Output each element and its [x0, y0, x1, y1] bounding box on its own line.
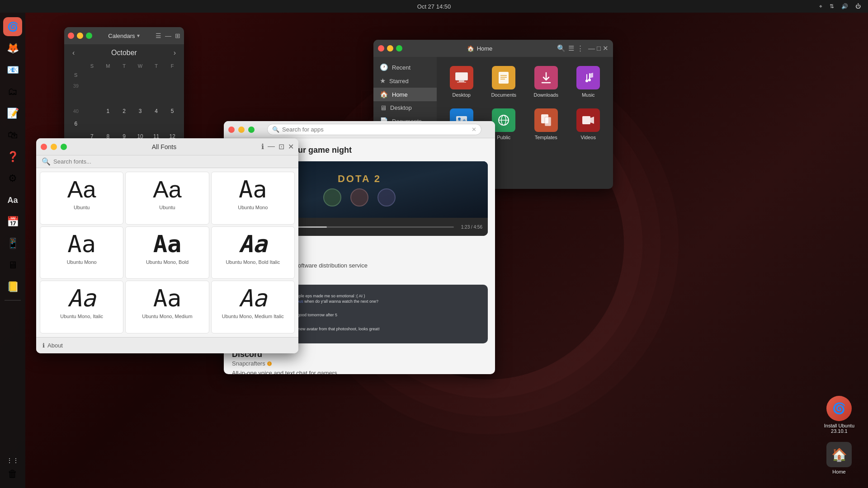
dock-item-thunderbird[interactable]: 📧	[3, 61, 22, 80]
calendar-week-39: 39	[68, 80, 180, 105]
files-winclose-icon[interactable]: ✕	[603, 44, 609, 52]
cal-day-5[interactable]: 5	[166, 105, 178, 117]
font-card-ubuntu[interactable]: Aa Ubuntu	[40, 172, 123, 225]
files-sidebar-desktop[interactable]: 🖥 Desktop	[373, 101, 437, 114]
files-winmin-icon[interactable]: —	[588, 44, 595, 52]
volume-icon[interactable]: 🔊	[840, 3, 850, 9]
home-folder-icon: 🏠	[826, 442, 852, 467]
files-search-icon[interactable]: 🔍	[557, 44, 566, 52]
files-sidebar-starred[interactable]: ★ Starred	[373, 74, 437, 88]
calendar-close-btn[interactable]	[68, 33, 74, 39]
font-card-ubuntumonoitalic[interactable]: Aa Ubuntu Mono, Italic	[40, 281, 123, 333]
fonts-close-btn[interactable]	[41, 144, 47, 150]
home-sidebar-icon: 🏠	[380, 90, 388, 99]
fonts-search-bar: 🔍	[36, 155, 298, 168]
help-icon: ❓	[7, 151, 19, 163]
font-card-ubuntumonomedium[interactable]: Aa Ubuntu Mono, Medium	[125, 281, 209, 333]
fonts-info-icon[interactable]: ℹ	[261, 142, 264, 151]
font-card-ubuntumonobolditalic[interactable]: Aa Ubuntu Mono, Bold Italic	[211, 226, 295, 279]
font-card-ubuntumono[interactable]: Aa Ubuntu Mono	[211, 172, 295, 225]
fonts-min-btn[interactable]	[51, 144, 57, 150]
cal-day-2[interactable]: 2	[118, 105, 130, 117]
dock-item-help[interactable]: ❓	[3, 147, 22, 166]
appstore-close-btn[interactable]	[228, 127, 235, 133]
font-name-ubuntumonobold: Ubuntu Mono, Bold	[146, 259, 189, 265]
appstore-max-btn[interactable]	[248, 127, 255, 133]
dock-item-ubuntu[interactable]: 🌀	[3, 17, 22, 36]
file-item-downloads[interactable]: Downloads	[527, 62, 566, 101]
accessibility-icon[interactable]: ⌖	[817, 3, 824, 9]
dock-item-settings[interactable]: ⚙	[3, 169, 22, 188]
dock-item-phone[interactable]: 📱	[3, 234, 22, 253]
fonts-winmin-icon[interactable]: —	[268, 142, 275, 151]
font-name-ubuntu2: Ubuntu	[159, 205, 175, 210]
cal-day-3[interactable]: 3	[134, 105, 146, 117]
dock-item-firefox[interactable]: 🦊	[3, 39, 22, 58]
file-item-templates[interactable]: Templates	[527, 105, 566, 144]
network-icon[interactable]: ⇅	[828, 3, 836, 9]
dock-item-fonts[interactable]: Aa	[3, 191, 22, 210]
home-desktop-folder[interactable]: 🏠 Home	[826, 442, 852, 474]
files-actions: 🔍 ☰ ⋮	[557, 44, 584, 52]
calendar-list-icon[interactable]: ☰	[156, 32, 161, 39]
files-sidebar-recent[interactable]: 🕐 Recent	[373, 61, 437, 74]
calendar-prev-btn[interactable]: ‹	[70, 48, 77, 58]
calendar-next-btn[interactable]: ›	[171, 48, 179, 58]
text-editor-icon: 📝	[7, 108, 19, 119]
calendar-min-btn[interactable]	[77, 33, 83, 39]
files-close-btn[interactable]	[378, 45, 384, 52]
file-item-music[interactable]: Music	[569, 62, 608, 101]
appstore-search-icon: 🔍	[272, 126, 279, 133]
font-card-ubuntumonomediumitalic[interactable]: Aa Ubuntu Mono, Medium Italic	[211, 281, 295, 333]
cal-day-1[interactable]: 1	[102, 105, 114, 117]
calendar-grid-icon[interactable]: ⊞	[175, 32, 180, 39]
font-preview-ubuntumonobolditalic: Aa	[239, 232, 267, 256]
calendar-title: Calendars ▾	[95, 33, 153, 39]
fonts-max-btn[interactable]	[61, 144, 67, 150]
font-card-ubuntumono2[interactable]: Aa Ubuntu Mono	[40, 226, 123, 279]
dock-item-appstore[interactable]: 🛍	[3, 126, 22, 145]
fonts-footer[interactable]: ℹ About	[36, 337, 298, 353]
calendar-max-btn[interactable]	[86, 33, 92, 39]
appstore-search-input[interactable]	[282, 126, 469, 133]
files-min-btn[interactable]	[387, 45, 393, 52]
svg-rect-21	[582, 116, 590, 124]
file-item-videos[interactable]: Videos	[569, 105, 608, 144]
font-card-ubuntumonobold[interactable]: Aa Ubuntu Mono, Bold	[125, 226, 209, 279]
install-ubuntu-icon[interactable]: 🌀 Install Ubuntu23.10.1	[824, 396, 854, 434]
dock-item-notes[interactable]: 📒	[3, 277, 22, 296]
font-preview-ubuntumono2: Aa	[67, 232, 96, 256]
font-card-ubuntu2[interactable]: Aa Ubuntu	[125, 172, 209, 225]
files-view-icon[interactable]: ☰	[568, 44, 574, 52]
files-sidebar-home[interactable]: 🏠 Home	[373, 88, 437, 101]
calendar-minus-icon[interactable]: —	[165, 32, 171, 39]
appstore-clear-icon[interactable]: ✕	[472, 126, 476, 133]
desktop-sidebar-icon: 🖥	[380, 104, 387, 112]
dock-item-calendar[interactable]: 📅	[3, 212, 22, 231]
cal-day-6[interactable]: 6	[70, 118, 82, 130]
appstore-dock-icon: 🛍	[8, 129, 18, 141]
files-max-btn[interactable]	[396, 45, 402, 52]
cal-day-4[interactable]: 4	[151, 105, 162, 117]
file-item-desktop[interactable]: Desktop	[442, 62, 481, 101]
calendar-dropdown-icon[interactable]: ▾	[137, 33, 140, 39]
fonts-search-input[interactable]	[53, 158, 293, 165]
dock-item-appgrid[interactable]: ⋮⋮	[3, 451, 22, 470]
power-icon[interactable]: ⏻	[854, 3, 863, 9]
appstore-min-btn[interactable]	[238, 127, 245, 133]
file-item-documents[interactable]: Documents	[485, 62, 524, 101]
font-preview-ubuntumonobold: Aa	[153, 232, 182, 256]
dota2-hero2	[350, 188, 368, 206]
downloads-label: Downloads	[534, 92, 558, 98]
fonts-winmax-icon[interactable]: ⊡	[278, 142, 284, 151]
files-menu-icon[interactable]: ⋮	[577, 44, 584, 52]
dock: 🌀 🦊 📧 🗂 📝 🛍 ❓ ⚙ Aa 📅 📱 🖥 📒 🗑 ⋮⋮	[0, 13, 25, 488]
fonts-winclose-icon[interactable]: ✕	[288, 142, 294, 151]
files-winmax-icon[interactable]: □	[597, 44, 601, 52]
dock-item-text-editor[interactable]: 📝	[3, 104, 22, 123]
dock-item-files[interactable]: 🗂	[3, 82, 22, 101]
thunderbird-icon: 📧	[7, 64, 19, 76]
cal-header-T1: T	[116, 61, 132, 70]
dock-item-terminal[interactable]: 🖥	[3, 256, 22, 275]
files-winbtns: — □ ✕	[588, 44, 609, 52]
